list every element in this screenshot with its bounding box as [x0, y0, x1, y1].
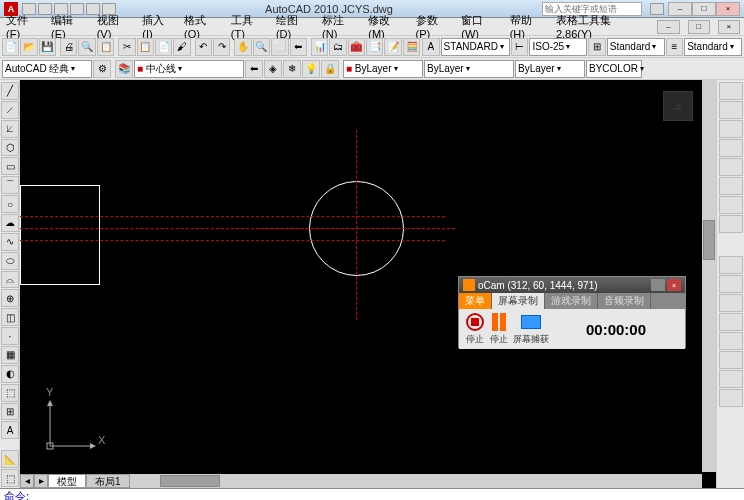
- line-icon[interactable]: ╱: [1, 82, 19, 100]
- lineweight-dropdown[interactable]: ByLayer: [515, 60, 585, 78]
- dim-style-dropdown[interactable]: ISO-25: [529, 38, 587, 56]
- cut-icon[interactable]: ✂: [118, 38, 135, 56]
- redo-icon[interactable]: ↷: [213, 38, 230, 56]
- menu-window[interactable]: 窗口(W): [459, 13, 499, 40]
- ocam-stop-button[interactable]: 停止: [465, 312, 485, 346]
- stretch-icon[interactable]: [719, 256, 743, 274]
- mirror-icon[interactable]: [719, 120, 743, 138]
- ocam-window[interactable]: oCam (312, 60, 1444, 971) × 菜单 屏幕录制 游戏录制…: [458, 276, 686, 348]
- sheet-icon[interactable]: 📑: [366, 38, 383, 56]
- measure-icon[interactable]: 📐: [1, 450, 19, 468]
- help-icon[interactable]: [650, 3, 664, 15]
- text-style-dropdown[interactable]: STANDARD: [441, 38, 510, 56]
- gradient-icon[interactable]: ◐: [1, 365, 19, 383]
- textstyle-icon[interactable]: A: [422, 38, 439, 56]
- designcenter-icon[interactable]: 🗂: [329, 38, 346, 56]
- offset-icon[interactable]: [719, 139, 743, 157]
- spline-icon[interactable]: ∿: [1, 233, 19, 251]
- undo-icon[interactable]: ↶: [195, 38, 212, 56]
- ocam-tab-audio[interactable]: 音频录制: [598, 293, 651, 309]
- point-icon[interactable]: ·: [1, 327, 19, 345]
- menu-extra[interactable]: 表格工具集2.86(Y): [554, 13, 642, 40]
- menu-format[interactable]: 格式(O): [182, 13, 221, 40]
- zoom-window-icon[interactable]: ⬜: [271, 38, 288, 56]
- command-window[interactable]: 命令: 命令: 指定对角点: 命令:: [0, 488, 744, 500]
- array-icon[interactable]: [719, 158, 743, 176]
- match-icon[interactable]: 🖌: [173, 38, 190, 56]
- menu-param[interactable]: 参数(P): [414, 13, 452, 40]
- pan-icon[interactable]: ✋: [234, 38, 251, 56]
- ocam-titlebar[interactable]: oCam (312, 60, 1444, 971) ×: [459, 277, 685, 293]
- menu-help[interactable]: 帮助(H): [508, 13, 546, 40]
- ocam-pause-button[interactable]: 停止: [489, 312, 509, 346]
- scrollbar-horizontal[interactable]: ◂ ▸ 模型 布局1: [20, 474, 702, 488]
- tab-prev-icon[interactable]: ◂: [20, 474, 34, 488]
- layer-iso-icon[interactable]: ◈: [264, 60, 282, 78]
- view-cube[interactable]: 上: [658, 86, 698, 126]
- menu-edit[interactable]: 编辑(E): [49, 13, 87, 40]
- doc-close-button[interactable]: ×: [718, 20, 740, 34]
- layer-freeze-icon[interactable]: ❄: [283, 60, 301, 78]
- ellipse-arc-icon[interactable]: ⌓: [1, 271, 19, 289]
- ocam-close-button[interactable]: ×: [667, 279, 681, 291]
- workspace-dropdown[interactable]: AutoCAD 经典: [2, 60, 92, 78]
- open-icon[interactable]: 📂: [20, 38, 37, 56]
- ocam-capture-button[interactable]: 屏幕捕获: [513, 312, 549, 346]
- circle-icon[interactable]: ○: [1, 195, 19, 213]
- arc-icon[interactable]: ⌒: [1, 176, 19, 194]
- break-icon[interactable]: [719, 313, 743, 331]
- zoom-prev-icon[interactable]: ⬅: [290, 38, 307, 56]
- save-icon[interactable]: 💾: [39, 38, 56, 56]
- menu-view[interactable]: 视图(V): [95, 13, 133, 40]
- tab-model[interactable]: 模型: [48, 474, 86, 488]
- text-icon[interactable]: A: [1, 421, 19, 439]
- ocam-minimize-button[interactable]: [651, 279, 665, 291]
- workspace-settings-icon[interactable]: ⚙: [93, 60, 111, 78]
- doc-minimize-button[interactable]: –: [657, 20, 679, 34]
- join-icon[interactable]: [719, 332, 743, 350]
- drawing-canvas[interactable]: 上 Y X ◂ ▸: [20, 80, 716, 488]
- dimstyle-icon[interactable]: ⊢: [511, 38, 528, 56]
- zoom-icon[interactable]: 🔍: [253, 38, 270, 56]
- menu-dimension[interactable]: 标注(N): [320, 13, 358, 40]
- copy-obj-icon[interactable]: [719, 101, 743, 119]
- copy-icon[interactable]: 📋: [137, 38, 154, 56]
- menu-insert[interactable]: 插入(I): [140, 13, 174, 40]
- color-dropdown[interactable]: ■ ByLayer: [343, 60, 423, 78]
- menu-modify[interactable]: 修改(M): [366, 13, 405, 40]
- print-icon[interactable]: 🖨: [60, 38, 77, 56]
- ml-style-dropdown[interactable]: Standard: [684, 38, 742, 56]
- linetype-dropdown[interactable]: ByLayer: [424, 60, 514, 78]
- scale-icon[interactable]: [719, 215, 743, 233]
- insert-icon[interactable]: ⊕: [1, 289, 19, 307]
- rectangle-icon[interactable]: ▭: [1, 157, 19, 175]
- erase-icon[interactable]: [719, 82, 743, 100]
- chamfer-icon[interactable]: [719, 351, 743, 369]
- ocam-tab-game[interactable]: 游戏录制: [545, 293, 598, 309]
- preview-icon[interactable]: 🔍: [78, 38, 95, 56]
- xline-icon[interactable]: ⟋: [1, 101, 19, 119]
- scrollbar-vertical[interactable]: [702, 80, 716, 472]
- menu-file[interactable]: 文件(F): [4, 13, 41, 40]
- tab-layout1[interactable]: 布局1: [86, 474, 130, 488]
- menu-tools[interactable]: 工具(T): [229, 13, 266, 40]
- region-icon[interactable]: ⬚: [1, 384, 19, 402]
- explode-icon[interactable]: [719, 389, 743, 407]
- move-icon[interactable]: [719, 177, 743, 195]
- calc-icon[interactable]: 🧮: [403, 38, 420, 56]
- layer-lock-icon[interactable]: 🔒: [321, 60, 339, 78]
- ocam-tab-menu[interactable]: 菜单: [459, 293, 492, 309]
- tablestyle-icon[interactable]: ⊞: [588, 38, 605, 56]
- select-icon[interactable]: ⬚: [1, 469, 19, 487]
- extend-icon[interactable]: [719, 294, 743, 312]
- hatch-icon[interactable]: ▦: [1, 346, 19, 364]
- markup-icon[interactable]: 📝: [384, 38, 401, 56]
- tab-next-icon[interactable]: ▸: [34, 474, 48, 488]
- toolpalette-icon[interactable]: 🧰: [348, 38, 365, 56]
- plotstyle-dropdown[interactable]: BYCOLOR: [586, 60, 642, 78]
- layer-prev-icon[interactable]: ⬅: [245, 60, 263, 78]
- close-button[interactable]: ×: [716, 2, 740, 16]
- properties-icon[interactable]: 📊: [311, 38, 328, 56]
- layer-off-icon[interactable]: 💡: [302, 60, 320, 78]
- table-style-dropdown[interactable]: Standard: [607, 38, 665, 56]
